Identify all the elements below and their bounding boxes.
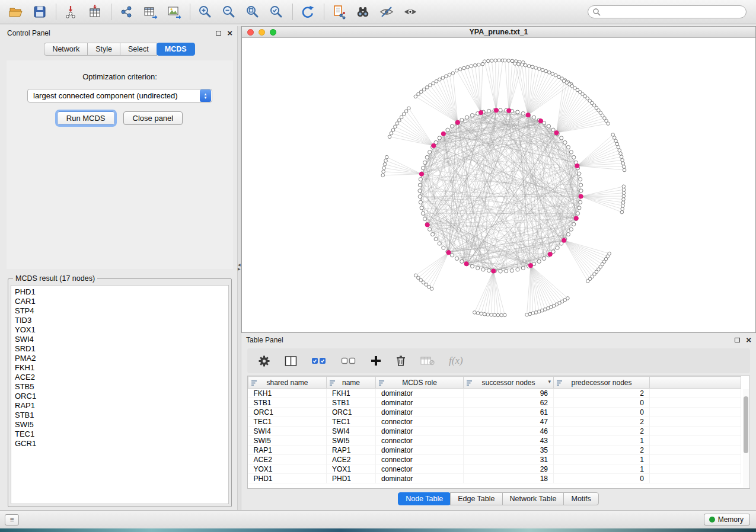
result-item[interactable]: FKH1: [15, 363, 225, 373]
float-panel-icon[interactable]: [735, 338, 740, 342]
node-table-grid: shared name name MCDS role successor nod…: [248, 376, 741, 483]
scrollbar-thumb[interactable]: [744, 396, 748, 453]
sort-chevron-icon[interactable]: ▾: [548, 379, 551, 384]
result-item[interactable]: PHD1: [15, 287, 225, 297]
table-row[interactable]: RAP1RAP1dominator352: [248, 446, 741, 455]
export-network-icon[interactable]: [117, 4, 135, 20]
show-graphics-details-icon[interactable]: [401, 4, 419, 20]
tab-node-table[interactable]: Node Table: [398, 492, 451, 505]
toolbar-separator: [111, 4, 111, 20]
refresh-icon[interactable]: [299, 4, 317, 20]
splitter-arrows-icon[interactable]: ◀▶: [238, 263, 241, 271]
zoom-selected-icon[interactable]: [267, 4, 285, 20]
save-icon[interactable]: [31, 4, 49, 20]
import-network-icon[interactable]: [62, 4, 80, 20]
hide-graphics-details-icon[interactable]: [378, 4, 395, 20]
table-row[interactable]: ACE2ACE2connector311: [248, 455, 741, 464]
mcds-tab-content: Optimization criterion: largest connecte…: [7, 60, 233, 269]
table-row[interactable]: SWI5SWI5connector431: [248, 436, 741, 446]
column-type-icon: [330, 380, 336, 388]
unselect-all-columns-icon[interactable]: [341, 357, 356, 365]
toolbar-separator: [324, 4, 324, 20]
result-item[interactable]: STP4: [15, 306, 225, 316]
tab-motifs[interactable]: Motifs: [563, 492, 598, 505]
mcds-result-list[interactable]: PHD1CAR1STP4TID3YOX1SWI4SRD1PMA2FKH1ACE2…: [11, 285, 229, 504]
zoom-fit-icon[interactable]: [244, 4, 261, 20]
table-panel: Table Panel ×: [241, 333, 756, 509]
function-builder-icon: f(x): [449, 355, 463, 367]
zoom-in-icon[interactable]: [196, 4, 214, 20]
select-all-columns-icon[interactable]: [311, 357, 327, 365]
result-item[interactable]: RAP1: [15, 401, 225, 411]
result-item[interactable]: CAR1: [15, 297, 225, 306]
float-panel-icon[interactable]: [216, 31, 221, 36]
zoom-out-icon[interactable]: [220, 4, 238, 20]
list-icon: ≡: [9, 515, 14, 524]
table-panel-header: Table Panel ×: [241, 333, 756, 347]
result-item[interactable]: SWI4: [15, 335, 225, 344]
close-panel-button[interactable]: Close panel: [123, 111, 183, 125]
table-scrollbar[interactable]: [743, 389, 749, 488]
close-panel-icon[interactable]: ×: [746, 337, 751, 343]
column-header-name[interactable]: name: [327, 377, 376, 389]
tab-select[interactable]: Select: [120, 43, 157, 56]
memory-button[interactable]: Memory: [704, 514, 750, 525]
task-history-button[interactable]: ≡: [5, 514, 19, 525]
table-row[interactable]: TEC1TEC1connector472: [248, 417, 741, 427]
settings-gear-icon[interactable]: [258, 355, 270, 367]
result-item[interactable]: TID3: [15, 316, 225, 325]
result-item[interactable]: SWI5: [15, 420, 225, 430]
close-panel-icon[interactable]: ×: [227, 30, 232, 36]
table-panel-title: Table Panel: [246, 336, 283, 344]
table-row[interactable]: STB1STB1dominator620: [248, 398, 741, 408]
optimization-dropdown[interactable]: largest connected component (undirected)…: [27, 89, 212, 102]
result-item[interactable]: ORC1: [15, 392, 225, 401]
window-maximize-icon[interactable]: [270, 29, 276, 36]
search-input[interactable]: [601, 7, 746, 17]
show-columns-icon[interactable]: [285, 355, 297, 367]
export-image-icon[interactable]: [165, 4, 183, 20]
table-row[interactable]: FKH1FKH1dominator962: [248, 389, 741, 398]
tab-mcds[interactable]: MCDS: [157, 43, 195, 56]
export-table-icon[interactable]: [141, 4, 159, 20]
tab-style[interactable]: Style: [87, 43, 120, 56]
dropdown-stepper-icon: ▲▼: [200, 89, 211, 102]
tab-edge-table[interactable]: Edge Table: [450, 492, 502, 505]
dropdown-selected-value: largest connected component (undirected): [33, 91, 200, 100]
result-item[interactable]: PMA2: [15, 354, 225, 363]
result-item[interactable]: STB5: [15, 382, 225, 392]
node-table: shared name name MCDS role successor nod…: [247, 376, 750, 489]
window-minimize-icon[interactable]: [259, 29, 265, 36]
tab-network-table[interactable]: Network Table: [502, 492, 564, 505]
column-header-predecessor-nodes[interactable]: predecessor nodes: [554, 377, 650, 389]
window-close-icon[interactable]: [247, 29, 254, 36]
column-header-successor-nodes[interactable]: successor nodes▾: [464, 377, 554, 389]
tab-network[interactable]: Network: [44, 43, 88, 56]
toolbar-separator: [190, 4, 190, 20]
run-mcds-button[interactable]: Run MCDS: [57, 111, 115, 125]
column-header-mcds-role[interactable]: MCDS role: [376, 377, 464, 389]
table-row[interactable]: PHD1PHD1dominator180: [248, 474, 741, 483]
control-panel-tabbar: Network Style Select MCDS: [2, 43, 237, 56]
result-item[interactable]: YOX1: [15, 325, 225, 335]
node-table-body: FKH1FKH1dominator962STB1STB1dominator620…: [248, 389, 741, 483]
result-item[interactable]: TEC1: [15, 430, 225, 439]
search-box[interactable]: [588, 5, 747, 18]
column-type-icon: [379, 380, 385, 388]
network-canvas[interactable]: [242, 38, 755, 332]
panel-splitter[interactable]: ◀▶: [237, 26, 241, 511]
table-row[interactable]: ORC1ORC1dominator610: [248, 408, 741, 417]
delete-row-icon[interactable]: [395, 355, 406, 367]
open-folder-icon[interactable]: [7, 4, 25, 20]
result-item[interactable]: ACE2: [15, 373, 225, 382]
search-network-icon[interactable]: [354, 4, 372, 20]
table-row[interactable]: SWI4SWI4dominator462: [248, 427, 741, 436]
result-item[interactable]: GCR1: [15, 439, 225, 448]
table-row[interactable]: YOX1YOX1connector291: [248, 464, 741, 474]
column-header-shared-name[interactable]: shared name: [248, 377, 327, 389]
result-item[interactable]: SRD1: [15, 344, 225, 354]
duplicate-network-icon[interactable]: [330, 4, 348, 20]
add-row-icon[interactable]: [371, 355, 381, 366]
result-item[interactable]: STB1: [15, 411, 225, 420]
import-table-icon[interactable]: [86, 4, 104, 20]
